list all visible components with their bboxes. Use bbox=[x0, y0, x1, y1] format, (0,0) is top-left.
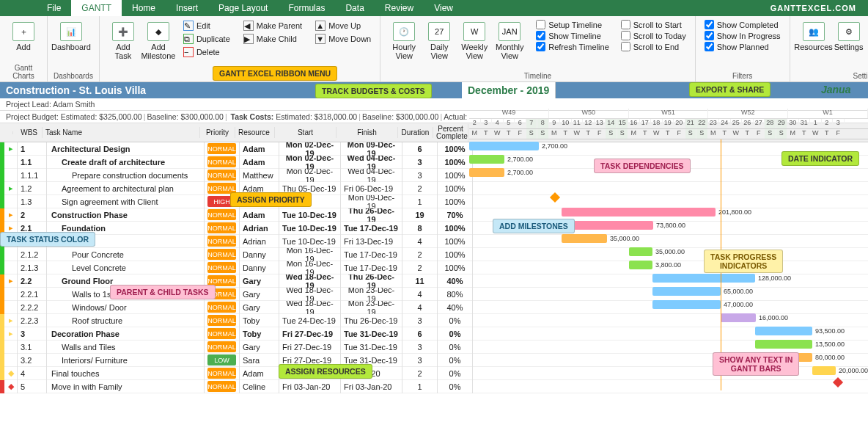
show-inprogress[interactable]: Show In Progress bbox=[702, 30, 784, 41]
gantt-bar[interactable]: 73,800.00 bbox=[562, 221, 653, 230]
callout-parent: PARENT & CHILD TASKS bbox=[110, 285, 216, 299]
table-row[interactable]: ◆ 5 Move in with Family NORMAL Celine Fr… bbox=[0, 380, 868, 393]
gantt-bar[interactable]: 13,500.00 bbox=[755, 340, 812, 349]
menu-tab[interactable]: Page Layout bbox=[208, 0, 278, 16]
gantt-bar[interactable]: 2,700.00 bbox=[469, 155, 504, 164]
daily-view-button[interactable]: 27Daily View bbox=[422, 19, 457, 63]
gantt-bar[interactable]: 3,800.00 bbox=[629, 261, 652, 269]
hourly-view-button[interactable]: 🕐Hourly View bbox=[386, 19, 422, 63]
dayletter-row: MTWTFSSMTWTFSSMTWTFSSMTWTFSSMTWTF bbox=[469, 129, 868, 139]
menu-tab[interactable]: View bbox=[424, 0, 463, 16]
group-label: Timeline bbox=[386, 72, 689, 81]
table-row[interactable]: ▸ 3 Decoration Phase NORMAL Toby Fri 27-… bbox=[0, 327, 868, 341]
table-row[interactable]: ▸ 1 Architectural Design NORMAL Adam Mon… bbox=[0, 142, 868, 156]
table-row[interactable]: 1.3 Sign agreement with Client HIGH Mon … bbox=[0, 195, 868, 208]
table-row[interactable]: NORMAL Adrian Tue 10-Dec-19 Fri 13-Dec-1… bbox=[0, 235, 868, 248]
group-label: Dashboards bbox=[54, 72, 93, 81]
callout-priority: ASSIGN PRIORITY bbox=[230, 192, 312, 207]
next-month: Janua bbox=[821, 84, 850, 95]
project-title: Construction - St. Louis Villa bbox=[6, 84, 146, 96]
daynum-row: 2345678910111213141516171819202122232425… bbox=[469, 119, 868, 129]
gantt-bar[interactable]: 93,500.00 bbox=[755, 327, 812, 335]
show-planned[interactable]: Show Planned bbox=[702, 41, 784, 52]
menu-tab[interactable]: GANTT bbox=[71, 0, 122, 16]
menu-tab[interactable]: Data bbox=[335, 0, 374, 16]
callout-resources: ASSIGN RESOURCES bbox=[279, 364, 372, 379]
month-label: December - 2019 bbox=[462, 82, 556, 98]
move-down-button[interactable]: ▼Move Down bbox=[312, 32, 374, 46]
brand: GANTTEXCEL.COM bbox=[770, 4, 868, 12]
ribbon: ＋Add Gantt Charts 📊Dashboard Dashboards … bbox=[0, 16, 868, 82]
table-row[interactable]: 1.1 Create draft of architecture NORMAL … bbox=[0, 156, 868, 169]
scroll-end[interactable]: Scroll to End bbox=[618, 41, 689, 52]
menu-tab[interactable]: Home bbox=[122, 0, 166, 16]
callout-status: TASK STATUS COLOR bbox=[0, 232, 95, 247]
edit-button[interactable]: ✎Edit bbox=[180, 19, 233, 32]
gantt-bar[interactable]: 20,000.00 bbox=[812, 366, 836, 375]
scroll-start[interactable]: Scroll to Start bbox=[618, 19, 689, 30]
group-label: Filters bbox=[702, 72, 784, 81]
show-completed[interactable]: Show Completed bbox=[702, 19, 784, 30]
make-child-button[interactable]: ▶Make Child bbox=[240, 32, 305, 46]
menu-tab[interactable]: File bbox=[37, 0, 71, 16]
callout-deps: TASK DEPENDENCIES bbox=[594, 159, 691, 173]
table-row[interactable]: ▸ 2.1 Foundation NORMAL Adrian Tue 10-De… bbox=[0, 222, 868, 235]
callout-progress: TASK PROGRESS INDICATORS bbox=[704, 250, 783, 273]
refresh-timeline[interactable]: Refresh Timeline bbox=[533, 41, 612, 52]
weekly-view-button[interactable]: WWeekly View bbox=[457, 19, 492, 63]
week-row: W49W50W51W52W1 bbox=[469, 109, 868, 119]
make-parent-button[interactable]: ◀Make Parent bbox=[240, 19, 305, 32]
add-milestone-button[interactable]: ◆Add Milestone bbox=[141, 19, 176, 63]
callout-milestones: ADD MILESTONES bbox=[493, 219, 575, 233]
gantt-bar[interactable]: 2,700.00 bbox=[469, 168, 504, 177]
group-label: Settings bbox=[796, 72, 868, 81]
duplicate-button[interactable]: ⧉Duplicate bbox=[180, 32, 233, 46]
menu-tab[interactable]: Review bbox=[375, 0, 424, 16]
settings-button[interactable]: ⚙Settings bbox=[831, 19, 867, 60]
callout-date: DATE INDICATOR bbox=[781, 151, 859, 166]
callout-ribbon: GANTT EXCEL RIBBON MENU bbox=[213, 66, 337, 81]
gantt-bar[interactable]: 65,000.00 bbox=[652, 287, 721, 296]
gantt-bar[interactable]: 2,700.00 bbox=[469, 142, 539, 150]
monthly-view-button[interactable]: JANMonthly View bbox=[492, 19, 527, 63]
gantt-bar[interactable]: 201,800.00 bbox=[562, 208, 716, 217]
show-timeline[interactable]: Show Timeline bbox=[533, 30, 612, 41]
menubar: FileGANTTHomeInsertPage LayoutFormulasDa… bbox=[0, 0, 868, 16]
table-row[interactable]: ▸ 1.2 Agreement to architectural plan NO… bbox=[0, 182, 868, 195]
dashboard-button[interactable]: 📊Dashboard bbox=[54, 19, 89, 54]
menu-tab[interactable]: Insert bbox=[166, 0, 208, 16]
gantt-bar[interactable]: 47,000.00 bbox=[652, 300, 721, 309]
add-button[interactable]: ＋Add bbox=[6, 19, 41, 54]
move-up-button[interactable]: ▲Move Up bbox=[312, 19, 374, 32]
scroll-today[interactable]: Scroll to Today bbox=[618, 30, 689, 41]
table-row[interactable]: 1.1.1 Prepare construction documents NOR… bbox=[0, 169, 868, 182]
add-task-button[interactable]: ➕Add Task bbox=[106, 19, 141, 63]
gantt-bar[interactable]: 35,000.00 bbox=[562, 234, 607, 243]
callout-budgets: TRACK BUDGETS & COSTS bbox=[315, 84, 432, 98]
callout-showtext: SHOW ANY TEXT IN GANTT BARS bbox=[713, 352, 799, 376]
resources-button[interactable]: 👥Resources bbox=[796, 19, 831, 60]
callout-export: EXPORT & SHARE bbox=[689, 82, 770, 97]
delete-button[interactable]: −Delete bbox=[180, 46, 233, 59]
gantt-bar[interactable]: 128,000.00 bbox=[652, 274, 755, 283]
gantt-area: W49W50W51W52W1 2345678910111213141516171… bbox=[469, 109, 868, 139]
gantt-bar[interactable]: 35,000.00 bbox=[629, 247, 652, 256]
menu-tab[interactable]: Formulas bbox=[278, 0, 335, 16]
setup-timeline[interactable]: Setup Timeline bbox=[533, 19, 612, 30]
gantt-bar[interactable]: 16,000.00 bbox=[721, 313, 756, 322]
group-label: Gantt Charts bbox=[6, 64, 41, 81]
